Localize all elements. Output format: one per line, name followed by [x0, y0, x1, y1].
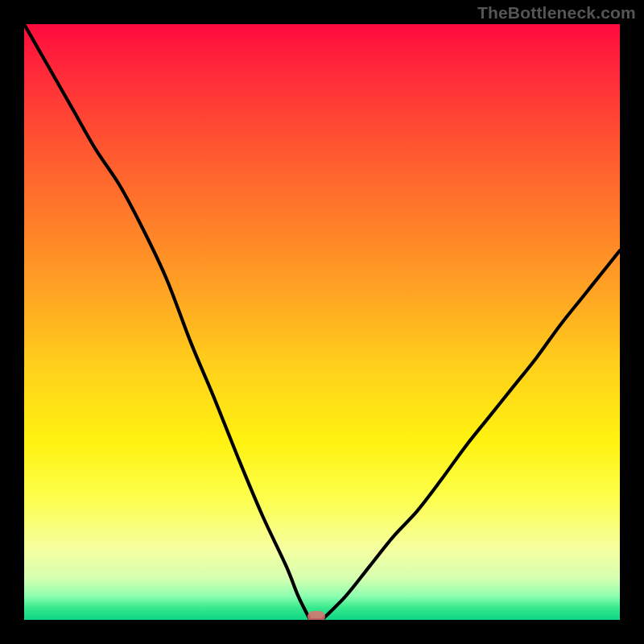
optimal-marker [308, 611, 325, 620]
chart-frame: TheBottleneck.com [0, 0, 644, 644]
bottleneck-curve [24, 24, 620, 620]
plot-area [24, 24, 620, 620]
attribution-label: TheBottleneck.com [477, 3, 636, 23]
